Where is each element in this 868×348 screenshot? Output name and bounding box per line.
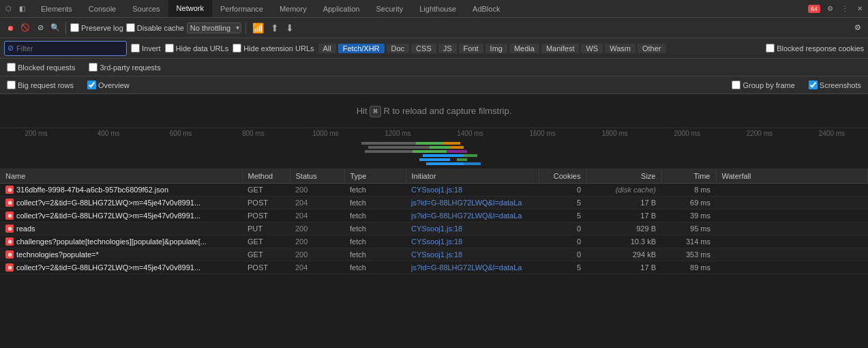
cell-name: ⊗technologies?populate=* (0, 248, 242, 261)
filter-tag-font[interactable]: Font (459, 44, 483, 53)
table-row[interactable]: ⊗collect?v=2&tid=G-88LHG72LWQ>m=45je47v0… (0, 261, 868, 274)
cell-initiator[interactable]: CYSsooj1.js:18 (406, 248, 539, 261)
record-button[interactable]: ⏺ (4, 22, 16, 34)
group-by-frame-checkbox[interactable]: Group by frame (732, 81, 794, 89)
download-icon[interactable]: ⬇ (284, 23, 296, 33)
col-header-status[interactable]: Status (290, 169, 344, 184)
filter-input[interactable] (16, 44, 112, 53)
wifi-icon[interactable]: 📶 (250, 23, 266, 33)
timeline-bar[interactable]: 200 ms 400 ms 600 ms 800 ms 1000 ms 1200… (0, 128, 868, 169)
tab-sources[interactable]: Sources (124, 0, 168, 17)
clear-button[interactable]: 🚫 (19, 22, 31, 34)
close-icon[interactable]: ✕ (854, 3, 865, 14)
filter-tag-img[interactable]: Img (485, 44, 507, 53)
cell-status: 200 (290, 235, 344, 248)
cell-initiator[interactable]: CYSsooj1.js:18 (406, 235, 539, 248)
cell-time: 353 ms (661, 248, 716, 261)
col-header-name[interactable]: Name (0, 169, 242, 184)
cell-waterfall (716, 184, 868, 197)
toolbar4-right: Group by frame Screenshots (732, 81, 861, 89)
table-row[interactable]: ⊗collect?v=2&tid=G-88LHG72LWQ>m=45je47v0… (0, 197, 868, 209)
throttle-select[interactable]: No throttling (187, 23, 241, 33)
col-header-type[interactable]: Type (344, 169, 406, 184)
third-party-checkbox[interactable]: 3rd-party requests (89, 63, 160, 72)
blocked-cookies-checkbox[interactable]: Blocked response cookies (766, 44, 864, 53)
tab-performance[interactable]: Performance (212, 0, 271, 17)
more-icon[interactable]: ⋮ (839, 3, 850, 14)
timeline-label-4: 1000 ms (289, 130, 361, 137)
table-row[interactable]: ⊗readsPUT200fetchCYSsooj1.js:180929 B95 … (0, 222, 868, 235)
big-rows-checkbox[interactable]: Big request rows (7, 81, 74, 89)
filter-tag-manifest[interactable]: Manifest (541, 44, 580, 53)
resource-type-icon: ⊗ (5, 186, 14, 194)
tab-network[interactable]: Network (168, 0, 212, 17)
cell-time: 89 ms (661, 261, 716, 274)
cell-cookies: 5 (539, 261, 586, 274)
filter-tag-media[interactable]: Media (509, 44, 539, 53)
tab-elements[interactable]: Elements (33, 0, 80, 17)
cell-size: 17 B (586, 197, 661, 209)
upload-icon[interactable]: ⬆ (269, 23, 281, 33)
divider-1 (65, 22, 66, 34)
disable-cache-checkbox[interactable]: Disable cache (126, 23, 184, 32)
tab-lighthouse[interactable]: Lighthouse (411, 0, 464, 17)
search-icon[interactable]: 🔍 (49, 22, 61, 34)
tab-application[interactable]: Application (315, 0, 368, 17)
cell-cookies: 0 (539, 248, 586, 261)
svg-rect-7 (419, 158, 450, 161)
cell-method: GET (242, 184, 290, 197)
pin-icon[interactable]: ◧ (16, 3, 27, 14)
col-header-time[interactable]: Time (661, 169, 716, 184)
hide-data-urls-checkbox[interactable]: Hide data URLs (165, 44, 229, 53)
filter-tag-all[interactable]: All (318, 44, 336, 53)
filter-tag-other[interactable]: Other (638, 44, 666, 53)
cell-initiator[interactable]: js?id=G-88LHG72LWQ&l=dataLa (406, 197, 539, 209)
cell-initiator[interactable]: CYSsooj1.js:18 (406, 222, 539, 235)
tab-security[interactable]: Security (368, 0, 411, 17)
col-header-method[interactable]: Method (242, 169, 290, 184)
settings-icon[interactable]: ⚙ (824, 3, 835, 14)
filter-tag-fetch-xhr[interactable]: Fetch/XHR (338, 44, 385, 53)
tab-adblock[interactable]: AdBlock (464, 0, 508, 17)
filter-toolbar: ⊘ Invert Hide data URLs Hide extension U… (0, 38, 868, 59)
filter-tag-css[interactable]: CSS (411, 44, 436, 53)
timeline-label-7: 1600 ms (507, 130, 579, 137)
main-tabs: Elements Console Sources Network Perform… (33, 0, 508, 17)
divider-2 (245, 22, 246, 34)
table-row[interactable]: ⊗challenges?populate[technologies][popul… (0, 235, 868, 248)
svg-rect-11 (447, 150, 467, 153)
preserve-log-checkbox[interactable]: Preserve log (70, 23, 123, 32)
filter-tag-js[interactable]: JS (438, 44, 457, 53)
tab-memory[interactable]: Memory (271, 0, 315, 17)
network-settings-icon[interactable]: ⚙ (852, 22, 864, 34)
filter-icon[interactable]: ⊘ (34, 22, 46, 34)
blocked-requests-toolbar: Blocked requests 3rd-party requests (0, 59, 868, 76)
cell-method: GET (242, 248, 290, 261)
table-row[interactable]: ⊗technologies?populate=*GET200fetchCYSso… (0, 248, 868, 261)
blocked-requests-checkbox[interactable]: Blocked requests (7, 63, 75, 72)
cell-type: fetch (344, 261, 406, 274)
col-header-initiator[interactable]: Initiator (406, 169, 539, 184)
table-row[interactable]: ⊗collect?v=2&tid=G-88LHG72LWQ>m=45je47v0… (0, 209, 868, 222)
col-header-cookies[interactable]: Cookies (539, 169, 586, 184)
invert-checkbox[interactable]: Invert (131, 44, 161, 53)
hide-ext-urls-checkbox[interactable]: Hide extension URLs (233, 44, 314, 53)
filter-tag-wasm[interactable]: Wasm (605, 44, 635, 53)
tab-console[interactable]: Console (80, 0, 124, 17)
col-header-waterfall[interactable]: Waterfall (716, 169, 868, 184)
col-header-size[interactable]: Size (586, 169, 661, 184)
filmstrip-message: Hit ⌘ R to reload and capture filmstrip. (0, 94, 868, 128)
timeline-label-8: 1800 ms (579, 130, 651, 137)
overview-checkbox[interactable]: Overview (87, 81, 130, 89)
filter-tag-doc[interactable]: Doc (387, 44, 410, 53)
timeline-label-9: 2000 ms (651, 130, 723, 137)
cell-initiator[interactable]: js?id=G-88LHG72LWQ&l=dataLa (406, 261, 539, 274)
cell-initiator[interactable]: js?id=G-88LHG72LWQ&l=dataLa (406, 209, 539, 222)
filter-tag-ws[interactable]: WS (581, 44, 603, 53)
cell-initiator[interactable]: CYSsooj1.js:18 (406, 184, 539, 197)
screenshots-checkbox[interactable]: Screenshots (809, 81, 861, 89)
table-row[interactable]: ⊗316dbffe-9998-47b4-a6cb-957bc6809f62.js… (0, 184, 868, 197)
cell-name: ⊗collect?v=2&tid=G-88LHG72LWQ>m=45je47v0… (0, 209, 242, 222)
cell-waterfall (716, 197, 868, 209)
cell-status: 204 (290, 197, 344, 209)
